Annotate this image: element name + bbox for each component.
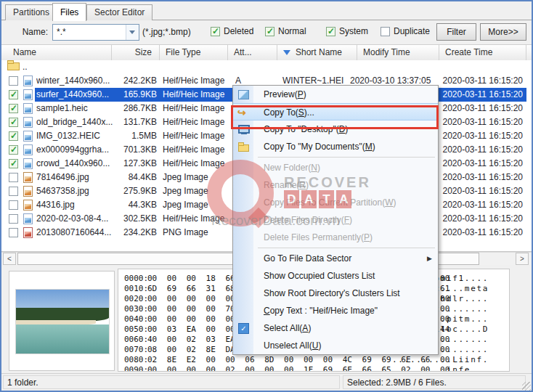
file-type-icon: [23, 131, 33, 142]
filter-checkbox-deleted[interactable]: Deleted: [211, 26, 253, 36]
file-create-time: 2020-03-11 16:15:20: [437, 129, 523, 143]
name-filter-combobox[interactable]: *.*: [52, 24, 139, 41]
name-filter-value: *.*: [57, 27, 66, 37]
file-create-time: 2020-03-11 16:15:20: [437, 212, 523, 226]
file-type-icon: [23, 186, 33, 197]
hex-offset: 0020:: [124, 294, 148, 304]
file-create-time: 2020-03-11 16:15:20: [437, 157, 523, 171]
file-create-time: 2020-03-11 16:15:20: [437, 143, 523, 157]
menu-item-delete-files-permanently[interactable]: Delete Files Permanently(P): [233, 229, 438, 246]
row-checkbox[interactable]: [9, 104, 18, 113]
file-type: Heif/Heic Image: [163, 102, 229, 115]
image-preview-panel: [9, 271, 115, 371]
menu-item-show-occupied-clusters-list[interactable]: Show Occupied Clusters List: [233, 267, 438, 285]
tab-partitions[interactable]: Partitions: [5, 4, 57, 20]
file-table-header: Name Size File Type Att... Short Name Mo…: [1, 44, 532, 62]
scroll-left-icon[interactable]: <: [3, 253, 16, 265]
menu-item-preview[interactable]: Preview(P): [233, 86, 438, 103]
parent-folder-row[interactable]: ..: [1, 60, 532, 74]
row-checkbox[interactable]: [9, 187, 18, 196]
menu-item-unselect-all[interactable]: Unselect All(U): [233, 337, 438, 354]
file-size: 701.3KB: [110, 143, 157, 157]
row-checkbox[interactable]: [9, 173, 18, 182]
file-type-icon: [23, 89, 33, 100]
file-name: 78146496.jpg: [36, 171, 115, 184]
file-size: 1.5MB: [110, 129, 157, 143]
row-checkbox[interactable]: [9, 214, 18, 224]
file-size: 131.7KB: [110, 115, 157, 129]
file-type: Jpeg Image: [163, 184, 229, 198]
row-checkbox[interactable]: [9, 228, 18, 237]
file-type-icon: [23, 144, 33, 155]
file-size: 242.2KB: [110, 74, 157, 88]
row-checkbox[interactable]: [9, 76, 18, 86]
column-header-attributes[interactable]: Att...: [228, 45, 277, 60]
row-checkbox[interactable]: [9, 159, 18, 168]
checkbox-label: Deleted: [224, 26, 253, 36]
file-name: surfer_1440x960...: [36, 88, 115, 102]
tab-files[interactable]: Files: [52, 3, 86, 21]
hex-ascii: ..........Liinf.: [392, 355, 489, 365]
file-name: winter_1440x960...: [36, 74, 115, 88]
column-header-name[interactable]: Name: [7, 45, 112, 60]
file-size: 302.5KB: [110, 212, 157, 226]
file-name: crowd_1440x960...: [36, 157, 115, 171]
menu-item-new-folder[interactable]: New Folder(N): [233, 159, 438, 176]
file-size: 127.3KB: [110, 157, 157, 171]
combobox-dropdown-button[interactable]: [126, 25, 139, 40]
file-size: 275.9KB: [110, 184, 157, 198]
filter-checkbox-normal[interactable]: Normal: [265, 26, 306, 36]
menu-item-copy-files-to-current-partition[interactable]: Copy Files To Current Partition(W): [233, 194, 438, 211]
file-type: Heif/Heic Image: [163, 212, 229, 226]
menu-item-delete-files-directly[interactable]: Delete Files Directly(F): [233, 211, 438, 229]
menu-item-copy-text[interactable]: Copy Text : "Heif/Heic Image": [233, 302, 438, 319]
row-checkbox[interactable]: [9, 145, 18, 155]
checkbox-icon: [211, 27, 220, 36]
row-checkbox[interactable]: [9, 131, 18, 141]
file-name: 54637358.jpg: [36, 184, 115, 198]
row-checkbox[interactable]: [9, 118, 18, 127]
more-button[interactable]: More>>: [480, 23, 526, 41]
file-name: IMG_0132.HEIC: [36, 129, 115, 143]
hex-row: 0080: 02 8E E2 00 00 06 8D 00 00 00 4C 6…: [118, 355, 509, 365]
hex-offset: 0080:: [124, 355, 148, 365]
file-type-icon: [23, 103, 33, 114]
checkbox-label: Duplicate: [394, 26, 430, 36]
resize-grip[interactable]: [522, 382, 531, 391]
file-type: Heif/Heic Image: [163, 143, 229, 157]
hex-offset: 0060:: [124, 335, 148, 345]
scroll-right-icon[interactable]: >: [516, 253, 529, 265]
filter-button[interactable]: Filter: [436, 23, 476, 41]
filter-checkbox-duplicate[interactable]: Duplicate: [381, 26, 430, 36]
column-header-short-name[interactable]: Short Name: [277, 45, 357, 60]
status-bar: 1 folder. Selected: 2.9MB / 6 Files.: [1, 373, 532, 391]
filter-bar: Name: *.* (*.jpg;*.bmp) Deleted Normal S…: [1, 21, 532, 44]
file-size: 165.9KB: [110, 88, 157, 102]
column-header-create-time[interactable]: Create Time: [439, 45, 526, 60]
beach-photo-thumbnail[interactable]: [15, 289, 110, 354]
hex-offset: 0090:: [124, 365, 148, 372]
menu-item-rename[interactable]: Rename(R): [233, 176, 438, 194]
pattern-hint: (*.jpg;*.bmp): [142, 27, 191, 37]
file-create-time: 2020-03-11 16:15:20: [437, 226, 523, 240]
column-header-size[interactable]: Size: [112, 45, 160, 60]
menu-item-show-root-directorys-clusters-list[interactable]: Show Root Directory's Clusters List: [233, 285, 438, 302]
submenu-arrow-icon: ▶: [427, 250, 432, 267]
menu-item-go-to-file-data-sector[interactable]: Go To File Data Sector ▶: [233, 250, 438, 267]
checkbox-icon: [381, 27, 390, 36]
column-header-modify-time[interactable]: Modify Time: [357, 45, 439, 60]
column-header-file-type[interactable]: File Type: [160, 45, 228, 60]
hex-row: 0090: 00 00 00 00 02 00 00 00 1F 69 6E 6…: [118, 365, 509, 372]
menu-item-select-all[interactable]: Select All(A): [233, 319, 438, 337]
row-checkbox[interactable]: [9, 90, 18, 99]
checkbox-label: System: [339, 26, 368, 36]
tab-sector-editor[interactable]: Sector Editor: [86, 4, 152, 20]
filter-checkbox-system[interactable]: System: [326, 26, 368, 36]
file-type-icon: [23, 117, 33, 128]
file-size: 286.7KB: [110, 102, 157, 115]
preview-icon: [237, 89, 249, 100]
file-type-icon: [23, 213, 33, 224]
hex-offset: 0050:: [124, 324, 148, 335]
row-checkbox[interactable]: [9, 200, 18, 210]
menu-item-copy-to-my-documents[interactable]: Copy To "My Documents"(M): [233, 138, 438, 155]
